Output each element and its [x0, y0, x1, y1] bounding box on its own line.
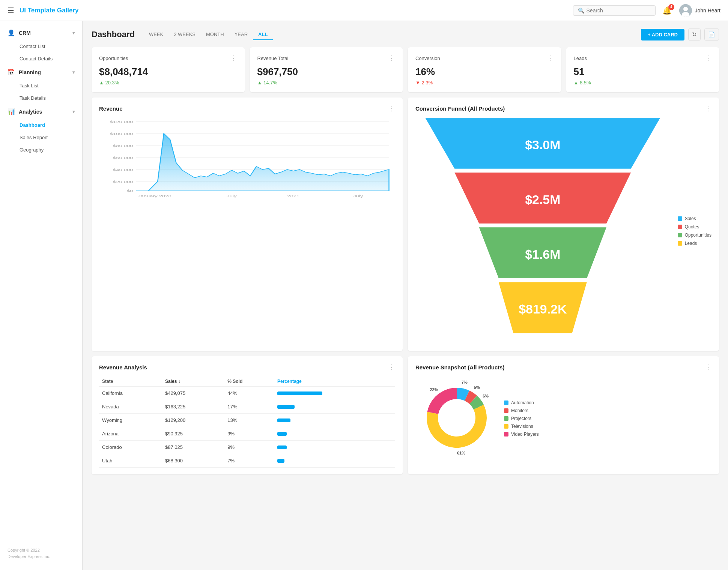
kpi-conversion-value: 16% — [415, 66, 554, 78]
cell-bar — [274, 387, 395, 400]
funnel-wrap: $3.0M $2.5M $1.6M $819.2K — [415, 118, 711, 344]
kpi-leads: Leads ⋮ 51 ▲ 8.5% — [566, 47, 719, 92]
tab-2weeks[interactable]: 2 WEEKS — [168, 29, 201, 40]
sidebar-group-crm-label: CRM — [19, 30, 31, 36]
svg-text:2021: 2021 — [287, 194, 299, 198]
legend-opportunities: Opportunities — [678, 232, 711, 238]
avatar — [679, 4, 692, 17]
sidebar-group-analytics-label: Analytics — [19, 109, 42, 115]
cell-bar — [274, 427, 395, 441]
sidebar-item-contact-list[interactable]: Contact List — [0, 40, 82, 52]
search-box: 🔍 — [573, 5, 656, 16]
cell-pct-sold: 9% — [224, 441, 274, 454]
donut-label-televisions: 61% — [457, 451, 465, 455]
cell-pct-sold: 9% — [224, 427, 274, 441]
charts-row: Revenue ⋮ $120,000 $100,000 $80,000 — [92, 98, 719, 351]
sidebar-group-planning-label: Planning — [19, 69, 41, 75]
kpi-revenue: Revenue Total ⋮ $967,750 ▲ 14.7% — [250, 47, 403, 92]
kpi-opportunities-label: Opportunities — [99, 56, 128, 61]
cell-bar — [274, 441, 395, 454]
donut-legend: Automation Monitors Projectors Televisio… — [504, 400, 539, 437]
tab-month[interactable]: MONTH — [201, 29, 229, 40]
legend-quotes: Quotes — [678, 224, 711, 230]
notification-bell[interactable]: 🔔 4 — [662, 6, 672, 15]
kpi-revenue-change: ▲ 14.7% — [257, 80, 396, 86]
svg-text:$120,000: $120,000 — [110, 120, 133, 124]
table-row: Nevada $163,225 17% — [99, 400, 395, 414]
kpi-leads-menu[interactable]: ⋮ — [705, 54, 711, 62]
donut-label-automation: 7% — [462, 380, 468, 384]
revenue-snapshot-menu[interactable]: ⋮ — [705, 363, 711, 371]
tab-all[interactable]: ALL — [253, 29, 273, 40]
search-input[interactable] — [587, 8, 651, 14]
cell-pct-sold: 13% — [224, 414, 274, 427]
donut-legend-label: Televisions — [511, 424, 533, 429]
cell-sales: $90,925 — [162, 427, 224, 441]
cell-bar — [274, 400, 395, 414]
revenue-chart-svg: $120,000 $100,000 $80,000 $60,000 $40,00… — [99, 118, 395, 200]
sidebar: 👤CRM ▾ Contact List Contact Details 📅Pla… — [0, 21, 83, 570]
cell-state: Colorado — [99, 441, 162, 454]
sidebar-group-planning-header[interactable]: 📅Planning ▾ — [0, 65, 82, 80]
donut-label-video players: 22% — [430, 387, 438, 392]
sidebar-nav: 👤CRM ▾ Contact List Contact Details 📅Pla… — [0, 26, 82, 156]
sidebar-item-sales-report[interactable]: Sales Report — [0, 131, 82, 144]
revenue-chart-menu[interactable]: ⋮ — [388, 104, 395, 112]
sidebar-group-planning: 📅Planning ▾ Task List Task Details — [0, 65, 82, 104]
user-menu[interactable]: John Heart — [679, 4, 720, 17]
legend-quotes-label: Quotes — [685, 224, 699, 230]
sidebar-group-analytics: 📊Analytics ▾ Dashboard Sales Report Geog… — [0, 104, 82, 156]
legend-leads-label: Leads — [685, 241, 697, 246]
kpi-leads-label: Leads — [574, 56, 587, 61]
export-button[interactable]: 📄 — [704, 28, 719, 40]
sidebar-group-analytics-header[interactable]: 📊Analytics ▾ — [0, 104, 82, 119]
legend-sales-dot — [678, 216, 682, 221]
donut-label-projectors: 6% — [483, 394, 489, 398]
bar — [277, 432, 287, 436]
kpi-opportunities-menu[interactable]: ⋮ — [230, 54, 237, 62]
legend-sales: Sales — [678, 216, 711, 221]
sidebar-item-task-list[interactable]: Task List — [0, 80, 82, 92]
planning-icon: 📅 — [8, 69, 15, 75]
topnav: ☰ UI Template Gallery 🔍 🔔 4 John Heart — [0, 0, 728, 21]
sidebar-item-task-details[interactable]: Task Details — [0, 92, 82, 104]
donut-legend-automation: Automation — [504, 400, 539, 405]
kpi-conversion-change: ▼ 2.3% — [415, 80, 554, 86]
kpi-row: Opportunities ⋮ $8,048,714 ▲ 20.3% Reven… — [92, 47, 719, 92]
donut-legend-televisions: Televisions — [504, 424, 539, 429]
analytics-chevron: ▾ — [72, 109, 75, 114]
dashboard-tabs: WEEK 2 WEEKS MONTH YEAR ALL — [144, 29, 273, 40]
refresh-button[interactable]: ↻ — [688, 28, 701, 40]
cell-sales: $87,025 — [162, 441, 224, 454]
legend-opportunities-dot — [678, 233, 682, 237]
svg-text:July: July — [353, 194, 363, 198]
donut-legend-label: Automation — [511, 400, 534, 405]
dashboard-actions: + ADD CARD ↻ 📄 — [641, 28, 719, 40]
legend-leads-dot — [678, 241, 682, 246]
tab-week[interactable]: WEEK — [144, 29, 168, 40]
sidebar-item-dashboard[interactable]: Dashboard — [0, 119, 82, 131]
menu-icon[interactable]: ☰ — [8, 6, 14, 15]
kpi-conversion-menu[interactable]: ⋮ — [547, 54, 554, 62]
sidebar-group-crm-header[interactable]: 👤CRM ▾ — [0, 26, 82, 40]
cell-sales: $163,225 — [162, 400, 224, 414]
sidebar-item-contact-details[interactable]: Contact Details — [0, 52, 82, 65]
tab-year[interactable]: YEAR — [229, 29, 253, 40]
cell-state: Arizona — [99, 427, 162, 441]
revenue-analysis-title: Revenue Analysis — [99, 364, 147, 370]
bar — [277, 418, 290, 422]
funnel-chart-title: Conversion Funnel (All Products) — [415, 105, 505, 112]
col-sales[interactable]: Sales ↓ — [162, 376, 224, 387]
revenue-snapshot-title: Revenue Snapshot (All Products) — [415, 364, 505, 370]
svg-text:July: July — [227, 194, 237, 198]
donut-label-monitors: 5% — [474, 386, 480, 390]
svg-text:$100,000: $100,000 — [110, 132, 133, 136]
kpi-conversion: Conversion ⋮ 16% ▼ 2.3% — [408, 47, 561, 92]
sidebar-item-geography[interactable]: Geography — [0, 144, 82, 156]
revenue-analysis-menu[interactable]: ⋮ — [388, 363, 395, 371]
add-card-button[interactable]: + ADD CARD — [641, 29, 684, 40]
kpi-revenue-menu[interactable]: ⋮ — [388, 54, 395, 62]
donut-legend-projectors: Projectors — [504, 416, 539, 421]
svg-point-1 — [683, 7, 688, 11]
funnel-chart-menu[interactable]: ⋮ — [705, 104, 711, 112]
